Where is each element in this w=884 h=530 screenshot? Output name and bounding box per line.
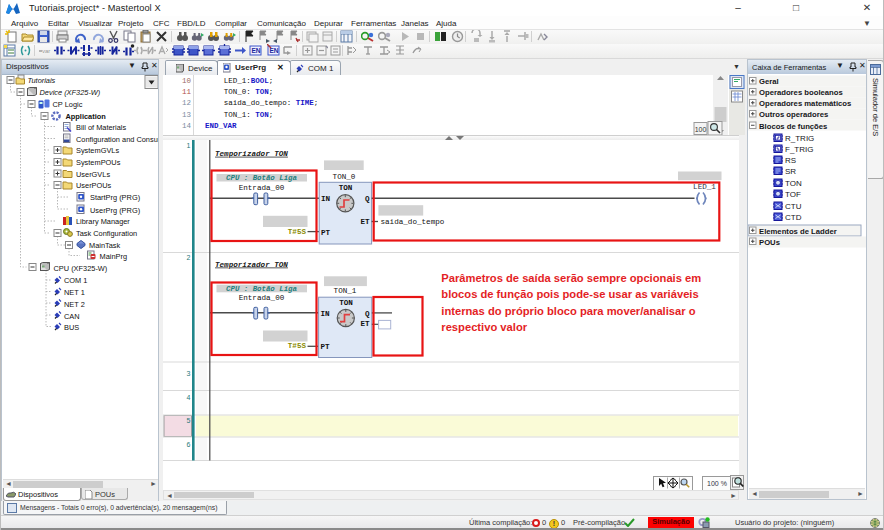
- svg-text:CTD: CTD: [785, 213, 802, 222]
- svg-text:COM 1: COM 1: [64, 276, 87, 285]
- svg-text:Device (XF325-W): Device (XF325-W): [40, 88, 101, 97]
- svg-text:NET 1: NET 1: [64, 288, 85, 297]
- svg-text:Blocos de funções: Blocos de funções: [759, 122, 827, 131]
- svg-text:ET: ET: [360, 218, 370, 226]
- svg-text:saida_do_tempo: saida_do_tempo: [381, 218, 445, 226]
- svg-text:TOF: TOF: [785, 190, 801, 199]
- svg-text:SR: SR: [785, 167, 796, 176]
- svg-text:Temporizador TON: Temporizador TON: [215, 150, 288, 158]
- svg-text:TON_1: TON_1: [334, 287, 357, 295]
- svg-text:Parâmetros de saída serão semp: Parâmetros de saída serão sempre opciona…: [441, 272, 701, 284]
- svg-text:Operadores matemáticos: Operadores matemáticos: [759, 99, 851, 108]
- svg-text:EN: EN: [252, 47, 261, 54]
- svg-text:10: 10: [182, 77, 192, 85]
- svg-text:14: 14: [182, 122, 192, 130]
- svg-text:UserPOUs: UserPOUs: [76, 181, 112, 190]
- svg-text:BUS: BUS: [64, 323, 79, 332]
- svg-text:Operadores booleanos: Operadores booleanos: [759, 88, 843, 97]
- svg-text:saida_do_tempo: TIME;: saida_do_tempo: TIME;: [224, 99, 319, 107]
- svg-text:Q: Q: [365, 310, 370, 318]
- svg-text:Bill of Materials: Bill of Materials: [76, 123, 126, 132]
- svg-text:Q: Q: [365, 195, 370, 203]
- svg-text:Elementos de Ladder: Elementos de Ladder: [759, 227, 837, 236]
- svg-text:StartPrg (PRG): StartPrg (PRG): [90, 193, 140, 202]
- svg-text:IN: IN: [321, 310, 331, 318]
- svg-text:Entrada_00: Entrada_00: [239, 184, 285, 192]
- svg-text:respectivo valor: respectivo valor: [441, 321, 527, 333]
- svg-text:CTU: CTU: [785, 202, 802, 211]
- svg-text:TON_1: TON;: TON_1: TON;: [224, 111, 274, 119]
- svg-text:MainTask: MainTask: [89, 241, 121, 250]
- svg-text:Outros operadores: Outros operadores: [759, 110, 828, 119]
- svg-text:Configuration and Consumpt: Configuration and Consumpt: [76, 135, 158, 144]
- svg-text:MainPrg: MainPrg: [100, 252, 128, 261]
- svg-text:TON: TON: [339, 184, 353, 192]
- svg-text:PT: PT: [321, 343, 331, 351]
- svg-text:F_TRIG: F_TRIG: [785, 145, 813, 154]
- svg-text:Library Manager: Library Manager: [76, 217, 130, 226]
- svg-text:Geral: Geral: [759, 77, 779, 86]
- svg-text:Tutoriais: Tutoriais: [28, 76, 56, 85]
- svg-text:100: 100: [695, 126, 707, 133]
- svg-text:R_TRIG: R_TRIG: [785, 134, 814, 143]
- svg-text:Entrada_00: Entrada_00: [239, 294, 285, 302]
- svg-text:T#5S: T#5S: [288, 342, 307, 350]
- svg-text:5: 5: [187, 417, 191, 424]
- svg-text:internas do próprio bloco para: internas do próprio bloco para mover/ana…: [441, 305, 695, 317]
- svg-text:TON_0: TON;: TON_0: TON;: [224, 88, 274, 96]
- svg-text:ET: ET: [360, 320, 370, 328]
- svg-text:Task Configuration: Task Configuration: [76, 229, 137, 238]
- svg-text:4: 4: [187, 394, 191, 401]
- svg-text:3: 3: [187, 370, 191, 377]
- svg-text:LED_1: LED_1: [693, 183, 716, 191]
- svg-text:RS: RS: [785, 156, 796, 165]
- svg-text:Temporizador TON: Temporizador TON: [215, 261, 288, 269]
- svg-text:UserPrg (PRG): UserPrg (PRG): [90, 206, 140, 215]
- svg-text:Application: Application: [66, 112, 107, 121]
- svg-text:IN: IN: [321, 195, 331, 203]
- svg-text:var: var: [42, 48, 50, 54]
- svg-text:TON: TON: [785, 179, 802, 188]
- svg-text:1: 1: [187, 142, 191, 149]
- svg-text:PT: PT: [321, 229, 331, 237]
- svg-text:UserGVLs: UserGVLs: [76, 170, 110, 179]
- svg-text:TON_0: TON_0: [333, 173, 356, 181]
- svg-text:SystemGVLs: SystemGVLs: [76, 146, 119, 155]
- svg-text:CPU : Botão Liga: CPU : Botão Liga: [226, 285, 297, 293]
- svg-text:CPU : Botão Liga: CPU : Botão Liga: [226, 174, 297, 182]
- svg-text:11: 11: [182, 88, 192, 96]
- svg-text:T#5S: T#5S: [288, 228, 307, 236]
- svg-text:CP Logic: CP Logic: [53, 100, 83, 109]
- svg-text:NET 2: NET 2: [64, 300, 85, 309]
- svg-text:2: 2: [187, 254, 191, 261]
- svg-text:12: 12: [182, 99, 191, 107]
- svg-text:TON: TON: [339, 299, 353, 307]
- svg-text:6: 6: [187, 441, 191, 448]
- svg-text:SystemPOUs: SystemPOUs: [76, 158, 121, 167]
- svg-text:LED_1:BOOL;: LED_1:BOOL;: [224, 77, 274, 85]
- svg-text:CAN: CAN: [64, 312, 80, 321]
- svg-text:CPU (XF325-W): CPU (XF325-W): [54, 264, 108, 273]
- svg-text:blocos de função pois pode-se: blocos de função pois pode-se usar as va…: [441, 288, 698, 300]
- svg-text:13: 13: [182, 111, 192, 119]
- svg-text:POUs: POUs: [759, 238, 780, 247]
- svg-text:END_VAR: END_VAR: [205, 122, 237, 130]
